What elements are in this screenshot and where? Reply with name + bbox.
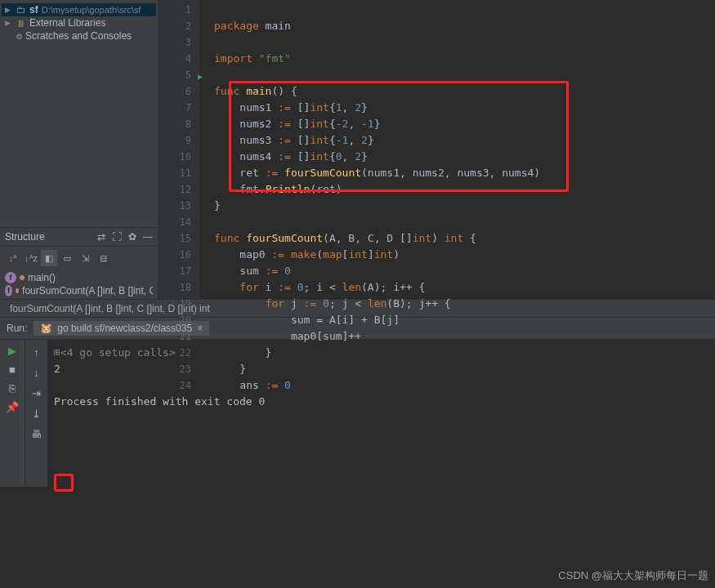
lock-icon — [16, 288, 19, 293]
scratch-icon: ⌾ — [16, 30, 22, 42]
line-number[interactable]: 11 — [159, 165, 191, 181]
structure-panel: Structure ⇄ ⛶ ✿ — ↓ᴬ ↓ᴬz ◧ ▭ ⇲ ⊟ f — [0, 227, 158, 299]
highlight-box-1 — [229, 81, 569, 192]
structure-item-foursumcount[interactable]: f fourSumCount(A []int, B []int, C []int… — [5, 284, 153, 297]
folder-icon: 🗀 — [16, 4, 26, 16]
line-number[interactable]: 15 — [159, 230, 191, 247]
sort-visibility-button[interactable]: ↓ᴬz — [23, 250, 39, 266]
highlight-box-2 — [54, 474, 74, 492]
line-number[interactable]: 4 — [159, 51, 191, 67]
run-label: Run: — [7, 323, 27, 334]
external-libraries[interactable]: ▶ ⫼ External Libraries — [2, 16, 156, 29]
library-icon: ⫼ — [16, 17, 26, 29]
line-number[interactable]: 13 — [159, 198, 191, 214]
line-number[interactable]: 3 — [159, 34, 191, 51]
line-number[interactable]: 20 — [159, 312, 191, 328]
function-icon: f — [5, 285, 12, 296]
structure-header: Structure ⇄ ⛶ ✿ — — [0, 227, 158, 246]
expand-arrow-icon[interactable]: ▶ — [5, 19, 13, 27]
line-number[interactable]: 12 — [159, 181, 191, 198]
sort-alpha-button[interactable]: ↓ᴬ — [5, 250, 21, 266]
expand-all-button[interactable]: ⊟ — [95, 250, 111, 266]
go-icon: 🐹 — [40, 323, 52, 334]
up-icon[interactable]: ↑ — [34, 346, 39, 359]
expand-icon[interactable]: ⛶ — [112, 231, 122, 243]
rerun-icon[interactable]: ▶ — [8, 345, 16, 357]
pin-icon[interactable]: 📌 — [6, 401, 19, 413]
stop-icon[interactable]: ■ — [9, 363, 16, 376]
collapse-icon[interactable]: ⇄ — [97, 231, 105, 243]
watermark: CSDN @福大大架构师每日一题 — [558, 568, 708, 583]
line-number[interactable]: 6 — [159, 83, 191, 100]
structure-list[interactable]: f main() f fourSumCount(A []int, B []int… — [0, 270, 158, 299]
structure-title: Structure — [5, 231, 45, 243]
function-icon: f — [5, 272, 16, 283]
lock-icon — [20, 275, 25, 280]
line-number[interactable]: 2 — [159, 18, 191, 34]
run-panel: ▶ ■ ⎘ 📌 ↑ ↓ ⇥ ⤓ 🖶 ⊞<4 go setup calls> 2 … — [0, 340, 715, 487]
line-number[interactable]: 18 — [159, 279, 191, 296]
line-number[interactable]: 5▶ — [159, 67, 191, 83]
line-number[interactable]: 8 — [159, 116, 191, 132]
run-left-toolbar: ▶ ■ ⎘ 📌 — [0, 340, 25, 487]
autoscroll-button[interactable]: ⇲ — [77, 250, 93, 266]
gutter[interactable]: 1 2 3 4 5▶ 6 7 8 9 10 11 12 13 14 15 16 … — [159, 0, 199, 299]
structure-toolbar: ↓ᴬ ↓ᴬz ◧ ▭ ⇲ ⊟ — [0, 246, 158, 270]
console-output[interactable]: ⊞<4 go setup calls> 2 Process finished w… — [47, 340, 715, 487]
expand-arrow-icon[interactable]: ▶ — [5, 6, 13, 14]
line-number[interactable]: 19 — [159, 296, 191, 312]
scroll-end-icon[interactable]: ⤓ — [32, 408, 41, 420]
line-number[interactable]: 9 — [159, 132, 191, 149]
project-tree[interactable]: ▶ 🗀 sf D:\mysetup\gopath\src\sf ▶ ⫼ Exte… — [0, 0, 158, 46]
close-tab-icon[interactable]: × — [197, 323, 203, 334]
run-left-toolbar2: ↑ ↓ ⇥ ⤓ 🖶 — [25, 340, 47, 487]
line-number[interactable]: 14 — [159, 214, 191, 230]
project-path: D:\mysetup\gopath\src\sf — [42, 5, 141, 15]
print-icon[interactable]: 🖶 — [31, 428, 42, 440]
show-fields-button[interactable]: ◧ — [41, 250, 57, 266]
line-number[interactable]: 17 — [159, 263, 191, 279]
scratches-consoles[interactable]: ⌾ Scratches and Consoles — [2, 29, 156, 42]
project-root[interactable]: ▶ 🗀 sf D:\mysetup\gopath\src\sf — [2, 3, 156, 16]
hide-icon[interactable]: — — [143, 231, 153, 243]
settings-icon[interactable]: ✿ — [128, 231, 136, 243]
show-nonpublic-button[interactable]: ▭ — [59, 250, 75, 266]
line-number[interactable]: 7 — [159, 100, 191, 116]
dump-icon[interactable]: ⎘ — [9, 382, 16, 394]
line-number[interactable]: 16 — [159, 247, 191, 263]
down-icon[interactable]: ↓ — [34, 367, 39, 379]
line-number[interactable]: 10 — [159, 149, 191, 165]
project-sidebar: ▶ 🗀 sf D:\mysetup\gopath\src\sf ▶ ⫼ Exte… — [0, 0, 159, 299]
soft-wrap-icon[interactable]: ⇥ — [32, 387, 41, 399]
project-name: sf — [29, 4, 38, 16]
structure-item-main[interactable]: f main() — [5, 271, 153, 284]
line-number[interactable]: 1 — [159, 2, 191, 18]
